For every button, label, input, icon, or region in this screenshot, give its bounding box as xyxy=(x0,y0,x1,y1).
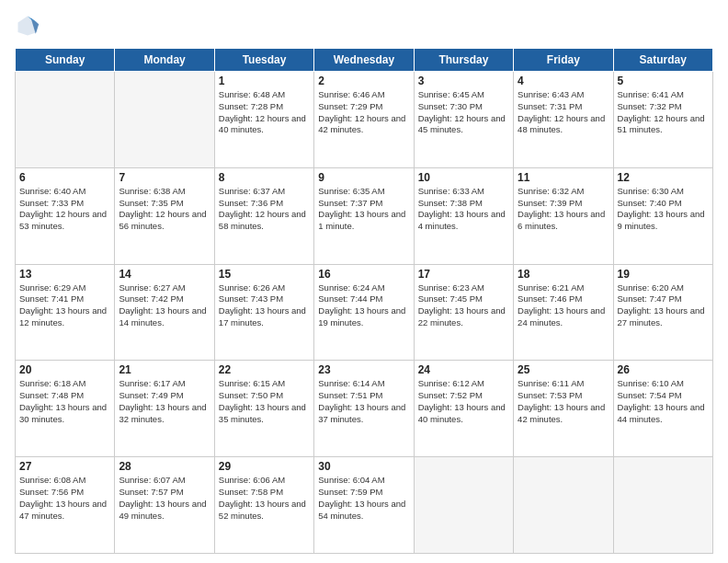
cal-cell xyxy=(514,457,613,554)
weekday-header-thursday: Thursday xyxy=(414,49,513,72)
cal-cell: 4Sunrise: 6:43 AM Sunset: 7:31 PM Daylig… xyxy=(514,72,613,168)
day-number: 5 xyxy=(618,75,709,87)
day-number: 8 xyxy=(219,171,310,184)
week-row-2: 13Sunrise: 6:29 AM Sunset: 7:41 PM Dayli… xyxy=(16,264,713,361)
cal-cell: 19Sunrise: 6:20 AM Sunset: 7:47 PM Dayli… xyxy=(613,264,712,361)
day-info: Sunrise: 6:43 AM Sunset: 7:31 PM Dayligh… xyxy=(518,89,609,136)
day-number: 12 xyxy=(618,171,709,184)
day-number: 13 xyxy=(19,268,110,281)
day-info: Sunrise: 6:37 AM Sunset: 7:36 PM Dayligh… xyxy=(219,186,310,233)
logo xyxy=(15,13,44,39)
cal-cell xyxy=(115,72,214,168)
cal-cell: 22Sunrise: 6:15 AM Sunset: 7:50 PM Dayli… xyxy=(214,361,313,457)
day-info: Sunrise: 6:08 AM Sunset: 7:56 PM Dayligh… xyxy=(19,475,110,522)
day-info: Sunrise: 6:33 AM Sunset: 7:38 PM Dayligh… xyxy=(418,186,509,233)
day-number: 22 xyxy=(219,363,310,376)
page: SundayMondayTuesdayWednesdayThursdayFrid… xyxy=(0,0,728,563)
weekday-header-row: SundayMondayTuesdayWednesdayThursdayFrid… xyxy=(16,49,713,72)
day-number: 28 xyxy=(119,460,210,473)
day-number: 6 xyxy=(19,171,110,184)
cal-cell: 8Sunrise: 6:37 AM Sunset: 7:36 PM Daylig… xyxy=(214,167,313,264)
day-info: Sunrise: 6:41 AM Sunset: 7:32 PM Dayligh… xyxy=(618,89,709,136)
weekday-header-wednesday: Wednesday xyxy=(314,49,414,72)
cal-cell: 26Sunrise: 6:10 AM Sunset: 7:54 PM Dayli… xyxy=(613,361,712,457)
day-number: 1 xyxy=(219,75,310,87)
cal-cell: 10Sunrise: 6:33 AM Sunset: 7:38 PM Dayli… xyxy=(414,167,513,264)
cal-cell: 18Sunrise: 6:21 AM Sunset: 7:46 PM Dayli… xyxy=(514,264,613,361)
weekday-header-monday: Monday xyxy=(115,49,214,72)
week-row-1: 6Sunrise: 6:40 AM Sunset: 7:33 PM Daylig… xyxy=(16,167,713,264)
day-info: Sunrise: 6:14 AM Sunset: 7:51 PM Dayligh… xyxy=(318,378,409,425)
day-number: 25 xyxy=(518,363,609,376)
day-info: Sunrise: 6:10 AM Sunset: 7:54 PM Dayligh… xyxy=(618,378,709,425)
weekday-header-tuesday: Tuesday xyxy=(214,49,313,72)
cal-cell: 9Sunrise: 6:35 AM Sunset: 7:37 PM Daylig… xyxy=(314,167,414,264)
day-info: Sunrise: 6:45 AM Sunset: 7:30 PM Dayligh… xyxy=(418,89,509,136)
weekday-header-saturday: Saturday xyxy=(613,49,712,72)
cal-cell: 27Sunrise: 6:08 AM Sunset: 7:56 PM Dayli… xyxy=(16,457,115,554)
day-info: Sunrise: 6:11 AM Sunset: 7:53 PM Dayligh… xyxy=(518,378,609,425)
day-info: Sunrise: 6:15 AM Sunset: 7:50 PM Dayligh… xyxy=(219,378,310,425)
cal-cell: 23Sunrise: 6:14 AM Sunset: 7:51 PM Dayli… xyxy=(314,361,414,457)
day-number: 27 xyxy=(19,460,110,473)
day-number: 15 xyxy=(219,268,310,281)
day-info: Sunrise: 6:21 AM Sunset: 7:46 PM Dayligh… xyxy=(518,282,609,329)
cal-cell: 13Sunrise: 6:29 AM Sunset: 7:41 PM Dayli… xyxy=(16,264,115,361)
cal-cell xyxy=(414,457,513,554)
cal-cell: 7Sunrise: 6:38 AM Sunset: 7:35 PM Daylig… xyxy=(115,167,214,264)
day-number: 2 xyxy=(318,75,409,87)
week-row-0: 1Sunrise: 6:48 AM Sunset: 7:28 PM Daylig… xyxy=(16,72,713,168)
cal-cell: 29Sunrise: 6:06 AM Sunset: 7:58 PM Dayli… xyxy=(214,457,313,554)
day-info: Sunrise: 6:04 AM Sunset: 7:59 PM Dayligh… xyxy=(318,475,409,522)
day-number: 10 xyxy=(418,171,509,184)
day-info: Sunrise: 6:40 AM Sunset: 7:33 PM Dayligh… xyxy=(19,186,110,233)
week-row-3: 20Sunrise: 6:18 AM Sunset: 7:48 PM Dayli… xyxy=(16,361,713,457)
day-info: Sunrise: 6:30 AM Sunset: 7:40 PM Dayligh… xyxy=(618,186,709,233)
cal-cell: 24Sunrise: 6:12 AM Sunset: 7:52 PM Dayli… xyxy=(414,361,513,457)
day-number: 3 xyxy=(418,75,509,87)
cal-cell: 16Sunrise: 6:24 AM Sunset: 7:44 PM Dayli… xyxy=(314,264,414,361)
header xyxy=(15,13,713,39)
day-number: 7 xyxy=(119,171,210,184)
cal-cell: 5Sunrise: 6:41 AM Sunset: 7:32 PM Daylig… xyxy=(613,72,712,168)
cal-cell: 3Sunrise: 6:45 AM Sunset: 7:30 PM Daylig… xyxy=(414,72,513,168)
day-number: 20 xyxy=(19,363,110,376)
day-number: 18 xyxy=(518,268,609,281)
cal-cell xyxy=(16,72,115,168)
day-number: 4 xyxy=(518,75,609,87)
week-row-4: 27Sunrise: 6:08 AM Sunset: 7:56 PM Dayli… xyxy=(16,457,713,554)
cal-cell: 17Sunrise: 6:23 AM Sunset: 7:45 PM Dayli… xyxy=(414,264,513,361)
cal-cell: 30Sunrise: 6:04 AM Sunset: 7:59 PM Dayli… xyxy=(314,457,414,554)
cal-cell: 11Sunrise: 6:32 AM Sunset: 7:39 PM Dayli… xyxy=(514,167,613,264)
day-info: Sunrise: 6:38 AM Sunset: 7:35 PM Dayligh… xyxy=(119,186,210,233)
weekday-header-sunday: Sunday xyxy=(16,49,115,72)
day-number: 9 xyxy=(318,171,409,184)
day-number: 29 xyxy=(219,460,310,473)
cal-cell: 6Sunrise: 6:40 AM Sunset: 7:33 PM Daylig… xyxy=(16,167,115,264)
day-number: 24 xyxy=(418,363,509,376)
calendar-table: SundayMondayTuesdayWednesdayThursdayFrid… xyxy=(15,48,713,554)
cal-cell: 21Sunrise: 6:17 AM Sunset: 7:49 PM Dayli… xyxy=(115,361,214,457)
day-info: Sunrise: 6:35 AM Sunset: 7:37 PM Dayligh… xyxy=(318,186,409,233)
cal-cell: 2Sunrise: 6:46 AM Sunset: 7:29 PM Daylig… xyxy=(314,72,414,168)
day-info: Sunrise: 6:12 AM Sunset: 7:52 PM Dayligh… xyxy=(418,378,509,425)
cal-cell: 25Sunrise: 6:11 AM Sunset: 7:53 PM Dayli… xyxy=(514,361,613,457)
day-number: 21 xyxy=(119,363,210,376)
day-number: 26 xyxy=(618,363,709,376)
day-info: Sunrise: 6:18 AM Sunset: 7:48 PM Dayligh… xyxy=(19,378,110,425)
day-info: Sunrise: 6:20 AM Sunset: 7:47 PM Dayligh… xyxy=(618,282,709,329)
cal-cell: 28Sunrise: 6:07 AM Sunset: 7:57 PM Dayli… xyxy=(115,457,214,554)
day-info: Sunrise: 6:26 AM Sunset: 7:43 PM Dayligh… xyxy=(219,282,310,329)
day-number: 19 xyxy=(618,268,709,281)
day-info: Sunrise: 6:06 AM Sunset: 7:58 PM Dayligh… xyxy=(219,475,310,522)
day-number: 23 xyxy=(318,363,409,376)
cal-cell: 15Sunrise: 6:26 AM Sunset: 7:43 PM Dayli… xyxy=(214,264,313,361)
cal-cell: 14Sunrise: 6:27 AM Sunset: 7:42 PM Dayli… xyxy=(115,264,214,361)
day-number: 11 xyxy=(518,171,609,184)
day-info: Sunrise: 6:24 AM Sunset: 7:44 PM Dayligh… xyxy=(318,282,409,329)
day-info: Sunrise: 6:32 AM Sunset: 7:39 PM Dayligh… xyxy=(518,186,609,233)
day-number: 17 xyxy=(418,268,509,281)
logo-icon xyxy=(15,13,40,39)
cal-cell: 20Sunrise: 6:18 AM Sunset: 7:48 PM Dayli… xyxy=(16,361,115,457)
day-info: Sunrise: 6:17 AM Sunset: 7:49 PM Dayligh… xyxy=(119,378,210,425)
